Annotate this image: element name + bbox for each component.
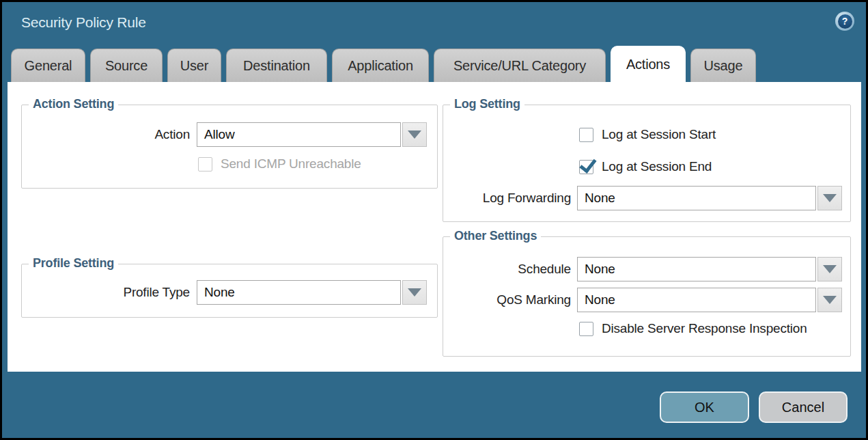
log-forwarding-dropdown-value[interactable]: None — [577, 186, 816, 210]
security-policy-rule-dialog: Security Policy Rule ? General Source Us… — [0, 0, 868, 440]
chevron-down-icon[interactable] — [402, 280, 427, 305]
profile-type-dropdown[interactable]: None — [197, 280, 427, 305]
help-icon: ? — [838, 14, 852, 29]
log-forwarding-dropdown[interactable]: None — [577, 186, 842, 210]
action-dropdown-value[interactable]: Allow — [197, 122, 401, 147]
triangle-glyph — [823, 265, 837, 273]
cancel-button[interactable]: Cancel — [759, 391, 848, 423]
tab-destination[interactable]: Destination — [226, 49, 327, 82]
tab-general[interactable]: General — [11, 49, 85, 82]
dialog-title: Security Policy Rule — [21, 14, 146, 31]
schedule-dropdown[interactable]: None — [577, 257, 842, 281]
log-at-session-start-label[interactable]: Log at Session Start — [602, 126, 716, 143]
ok-button[interactable]: OK — [660, 391, 749, 423]
other-settings-legend: Other Settings — [450, 229, 541, 243]
triangle-glyph — [823, 194, 837, 202]
profile-type-dropdown-value[interactable]: None — [197, 280, 401, 305]
log-at-session-end-checkbox[interactable] — [579, 160, 593, 174]
send-icmp-unreachable-checkbox — [198, 157, 212, 171]
log-at-session-start-checkbox[interactable] — [579, 128, 593, 142]
tab-service-url-category[interactable]: Service/URL Category — [434, 49, 606, 82]
chevron-down-icon[interactable] — [817, 186, 842, 210]
log-forwarding-label: Log Forwarding — [443, 186, 571, 210]
profile-setting-legend: Profile Setting — [29, 256, 118, 271]
qos-marking-dropdown[interactable]: None — [577, 288, 842, 312]
chevron-down-icon[interactable] — [402, 122, 427, 147]
disable-server-response-inspection-checkbox[interactable] — [579, 322, 593, 336]
action-dropdown[interactable]: Allow — [197, 122, 427, 147]
triangle-glyph — [408, 130, 421, 139]
chevron-down-icon[interactable] — [817, 288, 842, 312]
tab-bar: General Source User Destination Applicat… — [11, 46, 756, 82]
help-button[interactable]: ? — [835, 12, 854, 31]
action-label: Action — [21, 122, 190, 147]
triangle-glyph — [823, 296, 837, 304]
profile-type-label: Profile Type — [21, 280, 190, 305]
chevron-down-icon[interactable] — [817, 257, 842, 281]
schedule-label: Schedule — [443, 257, 571, 281]
actions-tab-panel: Action Setting Action Allow Send ICMP Un… — [8, 82, 861, 372]
tab-user[interactable]: User — [167, 49, 221, 82]
tab-source[interactable]: Source — [90, 49, 163, 82]
log-setting-legend: Log Setting — [450, 97, 524, 111]
triangle-glyph — [408, 288, 421, 297]
qos-marking-label: QoS Marking — [443, 288, 571, 312]
qos-marking-dropdown-value[interactable]: None — [577, 288, 816, 312]
schedule-dropdown-value[interactable]: None — [577, 257, 816, 281]
disable-server-response-inspection-label[interactable]: Disable Server Response Inspection — [602, 320, 807, 337]
tab-usage[interactable]: Usage — [690, 49, 756, 82]
tab-actions[interactable]: Actions — [611, 46, 686, 82]
tab-application[interactable]: Application — [332, 49, 429, 82]
log-at-session-end-label[interactable]: Log at Session End — [602, 159, 712, 175]
send-icmp-unreachable-label: Send ICMP Unreachable — [221, 156, 361, 172]
action-setting-legend: Action Setting — [29, 97, 118, 111]
